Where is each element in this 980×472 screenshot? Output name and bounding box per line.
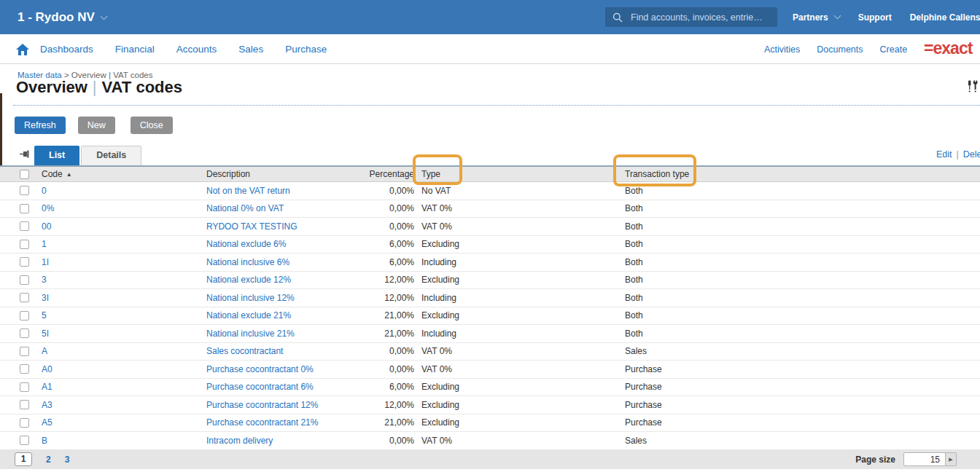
- select-all-checkbox[interactable]: [20, 170, 29, 179]
- row-checkbox[interactable]: [20, 240, 29, 249]
- nav-item-documents[interactable]: Documents: [817, 44, 863, 55]
- page-size-stepper-button[interactable]: ▶: [946, 452, 957, 466]
- edit-link[interactable]: Edit: [936, 149, 952, 160]
- row-checkbox[interactable]: [20, 400, 29, 409]
- nav-item-create[interactable]: Create: [880, 44, 908, 55]
- table-row: 1National exclude 6%6,00%ExcludingBoth: [0, 236, 980, 254]
- description-link[interactable]: National exclude 12%: [206, 275, 291, 285]
- vat-code-link[interactable]: 5: [42, 310, 47, 320]
- row-checkbox[interactable]: [20, 257, 29, 267]
- vat-code-link[interactable]: 0: [42, 186, 47, 196]
- tab-list[interactable]: List: [34, 146, 79, 165]
- column-header-type[interactable]: Type: [414, 169, 616, 179]
- pin-panel-button[interactable]: [20, 150, 29, 160]
- transaction-type-value: Both: [625, 329, 643, 339]
- vat-code-link[interactable]: 0%: [42, 203, 54, 213]
- vat-code-link[interactable]: A: [42, 346, 47, 356]
- description-link[interactable]: Sales cocontractant: [206, 346, 283, 356]
- type-value: Excluding: [421, 239, 459, 249]
- type-value: No VAT: [421, 186, 451, 196]
- home-button[interactable]: [16, 44, 29, 58]
- vat-code-link[interactable]: B: [42, 436, 47, 446]
- company-selector[interactable]: 1 - Rydoo NV: [18, 0, 106, 34]
- row-checkbox[interactable]: [20, 329, 29, 338]
- vat-code-link[interactable]: A0: [42, 364, 52, 374]
- sort-ascending-icon: ▲: [66, 171, 72, 178]
- vat-code-link[interactable]: 3: [42, 275, 47, 285]
- support-link[interactable]: Support: [858, 12, 892, 23]
- column-header-percentage[interactable]: Percentage: [368, 169, 414, 179]
- nav-item-purchase[interactable]: Purchase: [285, 44, 327, 55]
- vat-code-link[interactable]: 3I: [42, 293, 49, 303]
- percentage-value: 0,00%: [389, 186, 414, 196]
- type-value: VAT 0%: [421, 221, 452, 232]
- row-checkbox[interactable]: [20, 221, 29, 231]
- description-link[interactable]: Not on the VAT return: [206, 186, 290, 196]
- user-menu[interactable]: Delphine Callens: [910, 12, 980, 23]
- row-checkbox[interactable]: [20, 347, 29, 356]
- partners-menu[interactable]: Partners: [793, 12, 840, 23]
- description-link[interactable]: Intracom delivery: [206, 436, 273, 446]
- description-link[interactable]: Purchase cocontractant 12%: [206, 400, 318, 410]
- nav-item-sales[interactable]: Sales: [238, 44, 263, 55]
- nav-item-accounts[interactable]: Accounts: [176, 44, 217, 55]
- vat-code-link[interactable]: A5: [42, 417, 52, 428]
- row-checkbox[interactable]: [20, 204, 29, 213]
- delete-link[interactable]: Delete: [963, 149, 980, 160]
- new-button[interactable]: New: [78, 117, 115, 134]
- description-link[interactable]: Purchase cocontractant 21%: [206, 417, 318, 428]
- global-search[interactable]: [605, 7, 777, 27]
- percentage-value: 12,00%: [384, 293, 414, 303]
- row-checkbox[interactable]: [20, 418, 29, 428]
- vat-code-link[interactable]: 1: [42, 239, 47, 249]
- tools-icon: [967, 80, 979, 94]
- nav-item-dashboards[interactable]: Dashboards: [40, 44, 93, 55]
- description-link[interactable]: National 0% on VAT: [206, 203, 284, 213]
- row-checkbox[interactable]: [20, 186, 29, 195]
- refresh-button[interactable]: Refresh: [15, 117, 66, 134]
- description-link[interactable]: National exclude 21%: [206, 310, 291, 320]
- description-link[interactable]: National exclude 6%: [206, 239, 286, 249]
- description-link[interactable]: National inclusive 12%: [206, 293, 295, 303]
- description-link[interactable]: Purchase cocontractant 0%: [206, 364, 314, 374]
- row-checkbox[interactable]: [20, 275, 29, 285]
- description-link[interactable]: National inclusive 6%: [206, 257, 289, 267]
- page-size-input[interactable]: [903, 452, 946, 466]
- nav-item-financial[interactable]: Financial: [115, 44, 155, 55]
- row-checkbox[interactable]: [20, 382, 29, 392]
- description-link[interactable]: National inclusive 21%: [206, 329, 295, 339]
- type-value: VAT 0%: [421, 346, 452, 356]
- row-checkbox[interactable]: [20, 364, 29, 374]
- percentage-value: 0,00%: [389, 346, 414, 356]
- customize-button[interactable]: [967, 80, 979, 96]
- vat-code-link[interactable]: A1: [42, 382, 52, 392]
- page-button-2[interactable]: 2: [46, 455, 51, 465]
- row-checkbox[interactable]: [20, 311, 29, 320]
- transaction-type-value: Purchase: [625, 364, 662, 374]
- search-input[interactable]: [629, 12, 770, 23]
- description-link[interactable]: RYDOO TAX TESTING: [206, 221, 297, 232]
- percentage-value: 0,00%: [389, 364, 414, 374]
- type-value: Excluding: [421, 310, 459, 320]
- column-header-code[interactable]: Code▲: [42, 169, 206, 179]
- percentage-value: 21,00%: [384, 310, 414, 320]
- transaction-type-value: Both: [625, 203, 643, 213]
- description-link[interactable]: Purchase cocontractant 6%: [206, 382, 314, 392]
- page-button-1[interactable]: 1: [15, 452, 32, 466]
- table-row: 5INational inclusive 21%21,00%IncludingB…: [0, 325, 980, 343]
- page-button-3[interactable]: 3: [65, 455, 70, 465]
- tab-details[interactable]: Details: [81, 146, 141, 165]
- row-checkbox[interactable]: [20, 293, 29, 302]
- pagination-bar: 1 2 3 Page size ▶: [0, 449, 980, 469]
- column-header-transaction-type[interactable]: Transaction type: [616, 169, 980, 179]
- page-title: Overview|VAT codes: [16, 78, 182, 97]
- vat-code-link[interactable]: A3: [42, 400, 52, 410]
- close-button[interactable]: Close: [131, 117, 173, 134]
- type-value: Including: [421, 329, 456, 339]
- vat-code-link[interactable]: 5I: [42, 329, 49, 339]
- vat-code-link[interactable]: 00: [42, 221, 51, 232]
- nav-item-activities[interactable]: Activities: [764, 44, 800, 55]
- row-checkbox[interactable]: [20, 436, 29, 445]
- vat-code-link[interactable]: 1I: [42, 257, 49, 267]
- column-header-description[interactable]: Description: [206, 169, 368, 179]
